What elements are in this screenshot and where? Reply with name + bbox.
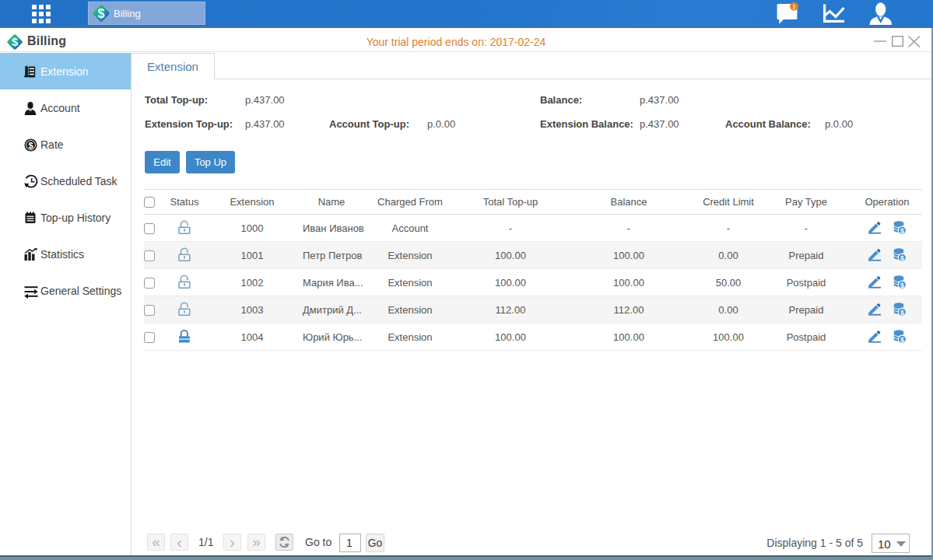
svg-text:$: $ xyxy=(900,254,904,262)
svg-text:$: $ xyxy=(900,282,904,289)
svg-text:$: $ xyxy=(28,141,33,150)
svg-text:$: $ xyxy=(900,336,904,344)
svg-text:$: $ xyxy=(98,7,105,20)
svg-text:$: $ xyxy=(900,309,904,317)
svg-text:$: $ xyxy=(900,227,904,235)
svg-text:!: ! xyxy=(793,3,795,11)
